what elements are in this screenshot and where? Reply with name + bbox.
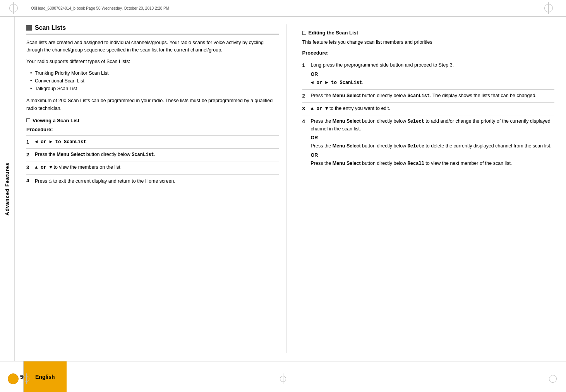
sub-heading-icon — [26, 118, 30, 122]
home-icon: ⌂ — [48, 178, 51, 184]
step-content-3: ▲ or ▼ to view the members on the list. — [35, 164, 279, 171]
step1-period: . — [86, 139, 87, 144]
section-icon — [26, 25, 32, 31]
top-bar: O9Head_68007024014_b.book Page 50 Wednes… — [0, 0, 566, 17]
page-container: O9Head_68007024014_b.book Page 50 Wednes… — [0, 0, 566, 392]
left-step-4: 4 Press ⌂ to exit the current display an… — [26, 174, 279, 188]
step-content-2: Press the Menu Select button directly be… — [35, 151, 279, 159]
r-arrow-nav-3: ▲ or ▼ — [311, 106, 328, 111]
or-label-3: OR — [311, 152, 555, 159]
r-bold-menu-select-4a: Menu Select — [333, 118, 361, 124]
scan-lists-heading: Scan Lists — [26, 24, 279, 34]
r-mono-delete: Delete — [408, 144, 424, 149]
r-step-num-4: 4 — [302, 118, 308, 125]
right-intro: This feature lets you change scan list m… — [302, 39, 555, 46]
or-label-1: OR — [311, 71, 555, 78]
sidebar-label: Advanced Features — [4, 163, 10, 216]
r-step-content-4: Press the Menu Select button directly be… — [311, 118, 555, 168]
r-mono-scanlist-2: ScanList — [408, 93, 430, 99]
r-arrow-nav-1: ◄ or ► to — [311, 80, 340, 86]
r-step-num-1: 1 — [302, 62, 308, 69]
editing-scan-list-heading: Editing the Scan List — [302, 30, 555, 36]
step-num-1: 1 — [26, 138, 32, 146]
viewing-scan-list-heading: Viewing a Scan List — [26, 118, 279, 123]
mono-scanlist-2: ScanList — [132, 152, 154, 157]
procedure-label-right: Procedure: — [302, 50, 555, 56]
r-step-num-3: 3 — [302, 105, 308, 113]
step-num-2: 2 — [26, 151, 32, 159]
right-step-4: 4 Press the Menu Select button directly … — [302, 115, 555, 170]
r-step-content-1: Long press the preprogrammed side button… — [311, 62, 555, 87]
r-bold-menu-select-4c: Menu Select — [333, 161, 361, 166]
arrow-nav-3: ▲ or ▼ — [35, 165, 52, 170]
r-bold-menu-select-2: Menu Select — [333, 93, 361, 98]
r-bold-menu-select-4b: Menu Select — [333, 143, 361, 149]
r-mono-scanlist-1: ScanList — [340, 80, 362, 86]
content-wrapper: Scan Lists Scan lists are created and as… — [15, 17, 566, 361]
r-step-content-2: Press the Menu Select button directly be… — [311, 92, 555, 100]
arrow-nav-1: ◄ or ► to — [35, 139, 64, 145]
left-steps-list: 1 ◄ or ► to ScanList. 2 Press the Menu S… — [26, 135, 279, 188]
left-column: Scan Lists Scan lists are created and as… — [26, 24, 287, 353]
left-step-2: 2 Press the Menu Select button directly … — [26, 148, 279, 161]
step-num-3: 3 — [26, 164, 32, 171]
left-step-3: 3 ▲ or ▼ to view the members on the list… — [26, 161, 279, 174]
intro-para: Scan lists are created and assigned to i… — [26, 39, 279, 54]
r-step-num-2: 2 — [302, 92, 308, 100]
bullet-item-2: Conventional Scan List — [30, 77, 279, 85]
left-step-1: 1 ◄ or ► to ScanList. — [26, 135, 279, 148]
mono-scanlist-1: ScanList — [64, 139, 86, 145]
support-text: Your radio supports different types of S… — [26, 58, 279, 65]
right-step-1: 1 Long press the preprogrammed side butt… — [302, 59, 555, 89]
right-steps-list: 1 Long press the preprogrammed side butt… — [302, 59, 555, 170]
step-content-1: ◄ or ► to ScanList. — [35, 138, 279, 146]
max-text: A maximum of 200 Scan Lists can be progr… — [26, 97, 279, 112]
r-mono-recall: Recall — [408, 161, 424, 166]
bullet-list: Trunking Priority Monitor Scan List Conv… — [30, 69, 279, 92]
bullet-item-3: Talkgroup Scan List — [30, 85, 279, 92]
yellow-dot-left — [8, 373, 19, 384]
step-num-4: 4 — [26, 177, 32, 185]
sub-heading-icon-right — [302, 31, 306, 35]
right-step-3: 3 ▲ or ▼ to the entry you want to edit. — [302, 102, 555, 115]
r-mono-select: Select — [408, 119, 424, 124]
sidebar: Advanced Features — [0, 17, 15, 361]
header-file-info: O9Head_68007024014_b.book Page 50 Wednes… — [31, 6, 169, 10]
right-step-2: 2 Press the Menu Select button directly … — [302, 89, 555, 102]
main-area: Advanced Features Scan Lists Scan lists … — [0, 17, 566, 361]
bottom-bar: 50 English — [0, 361, 566, 392]
procedure-label-left: Procedure: — [26, 127, 279, 132]
edit-heading-text: Editing the Scan List — [309, 30, 358, 36]
bullet-item-1: Trunking Priority Monitor Scan List — [30, 69, 279, 77]
or-label-2: OR — [311, 134, 555, 142]
view-heading-text: Viewing a Scan List — [33, 118, 79, 123]
r-step-content-3: ▲ or ▼ to the entry you want to edit. — [311, 105, 555, 113]
right-column: Editing the Scan List This feature lets … — [298, 24, 555, 353]
scan-lists-title: Scan Lists — [35, 24, 66, 31]
bold-menu-select-2: Menu Select — [57, 152, 85, 157]
step-content-4: Press ⌂ to exit the current display and … — [35, 177, 279, 185]
